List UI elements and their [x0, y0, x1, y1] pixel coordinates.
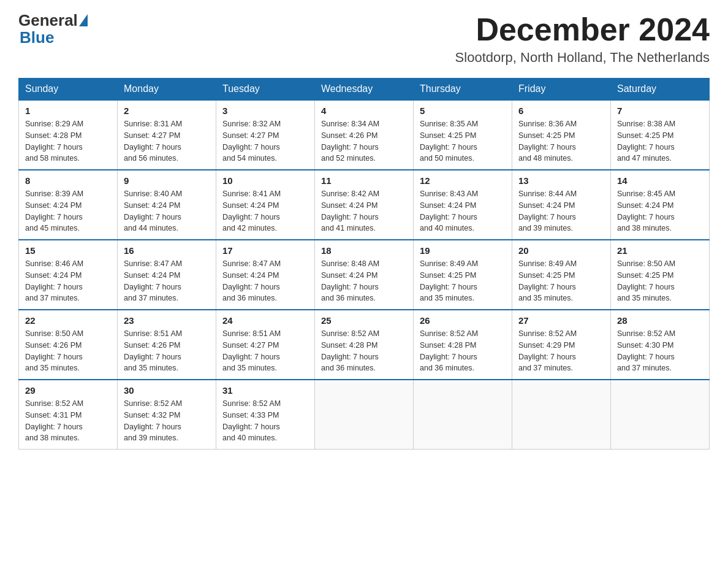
sunrise-label: Sunrise: 8:43 AM [420, 190, 478, 198]
day-info: Sunrise: 8:50 AM Sunset: 4:26 PM Dayligh… [25, 328, 111, 374]
daylight-label: Daylight: 7 hours [124, 143, 181, 151]
calendar-day-cell: 21 Sunrise: 8:50 AM Sunset: 4:25 PM Dayl… [611, 240, 710, 310]
calendar-day-cell: 16 Sunrise: 8:47 AM Sunset: 4:24 PM Dayl… [118, 240, 216, 310]
day-number: 13 [518, 175, 604, 186]
calendar-day-cell: 29 Sunrise: 8:52 AM Sunset: 4:31 PM Dayl… [19, 380, 118, 450]
day-number: 1 [25, 105, 111, 116]
daylight-label: Daylight: 7 hours [420, 353, 477, 361]
calendar-day-cell: 18 Sunrise: 8:48 AM Sunset: 4:24 PM Dayl… [315, 240, 414, 310]
sunset-label: Sunset: 4:24 PM [617, 201, 673, 210]
day-info: Sunrise: 8:49 AM Sunset: 4:25 PM Dayligh… [420, 258, 506, 304]
day-number: 3 [222, 105, 308, 116]
sunrise-label: Sunrise: 8:52 AM [617, 329, 675, 338]
day-info: Sunrise: 8:29 AM Sunset: 4:28 PM Dayligh… [25, 118, 111, 164]
daylight-label: Daylight: 7 hours [420, 283, 477, 291]
calendar-header-wednesday: Wednesday [315, 79, 414, 101]
daylight-minutes: and 47 minutes. [617, 154, 672, 163]
day-number: 9 [124, 175, 210, 186]
sunset-label: Sunset: 4:33 PM [222, 411, 279, 419]
day-number: 7 [617, 105, 703, 116]
day-info: Sunrise: 8:51 AM Sunset: 4:26 PM Dayligh… [124, 328, 210, 374]
sunset-label: Sunset: 4:25 PM [518, 131, 575, 140]
day-info: Sunrise: 8:41 AM Sunset: 4:24 PM Dayligh… [222, 188, 308, 234]
day-number: 8 [25, 175, 111, 186]
logo-general-text: General [18, 12, 78, 28]
day-number: 29 [25, 385, 111, 396]
sunrise-label: Sunrise: 8:38 AM [617, 120, 675, 128]
daylight-minutes: and 39 minutes. [518, 224, 573, 232]
daylight-minutes: and 42 minutes. [222, 224, 277, 232]
daylight-minutes: and 44 minutes. [124, 224, 178, 232]
daylight-minutes: and 35 minutes. [222, 364, 277, 372]
calendar-day-cell: 10 Sunrise: 8:41 AM Sunset: 4:24 PM Dayl… [216, 170, 315, 240]
daylight-label: Daylight: 7 hours [222, 143, 280, 151]
daylight-minutes: and 36 minutes. [321, 294, 376, 302]
sunrise-label: Sunrise: 8:34 AM [321, 120, 379, 128]
daylight-minutes: and 36 minutes. [321, 364, 376, 372]
sunset-label: Sunset: 4:24 PM [321, 201, 377, 210]
calendar-day-cell: 24 Sunrise: 8:51 AM Sunset: 4:27 PM Dayl… [216, 310, 315, 380]
sunset-label: Sunset: 4:24 PM [518, 201, 575, 210]
sunrise-label: Sunrise: 8:52 AM [222, 399, 281, 408]
day-info: Sunrise: 8:51 AM Sunset: 4:27 PM Dayligh… [222, 328, 308, 374]
calendar-week-row: 29 Sunrise: 8:52 AM Sunset: 4:31 PM Dayl… [19, 380, 710, 450]
calendar-day-cell: 2 Sunrise: 8:31 AM Sunset: 4:27 PM Dayli… [118, 100, 216, 170]
calendar-header-row: SundayMondayTuesdayWednesdayThursdayFrid… [19, 79, 710, 101]
calendar-day-cell: 27 Sunrise: 8:52 AM Sunset: 4:29 PM Dayl… [512, 310, 611, 380]
sunrise-label: Sunrise: 8:47 AM [124, 259, 182, 268]
day-info: Sunrise: 8:47 AM Sunset: 4:24 PM Dayligh… [124, 258, 210, 304]
sunrise-label: Sunrise: 8:48 AM [321, 259, 379, 268]
day-info: Sunrise: 8:52 AM Sunset: 4:30 PM Dayligh… [617, 328, 703, 374]
day-number: 30 [124, 385, 210, 396]
daylight-minutes: and 35 minutes. [25, 364, 80, 372]
sunrise-label: Sunrise: 8:36 AM [518, 120, 577, 128]
daylight-label: Daylight: 7 hours [124, 423, 181, 431]
sunset-label: Sunset: 4:29 PM [518, 341, 575, 350]
daylight-minutes: and 52 minutes. [321, 154, 376, 163]
day-info: Sunrise: 8:46 AM Sunset: 4:24 PM Dayligh… [25, 258, 111, 304]
calendar-day-cell [512, 380, 611, 450]
sunset-label: Sunset: 4:25 PM [617, 271, 673, 280]
sunset-label: Sunset: 4:27 PM [222, 341, 279, 350]
daylight-label: Daylight: 7 hours [25, 283, 83, 291]
daylight-minutes: and 37 minutes. [518, 364, 573, 372]
sunset-label: Sunset: 4:30 PM [617, 341, 673, 350]
sunrise-label: Sunrise: 8:52 AM [25, 399, 83, 408]
sunrise-label: Sunrise: 8:39 AM [25, 190, 83, 198]
daylight-label: Daylight: 7 hours [617, 353, 675, 361]
day-number: 14 [617, 175, 703, 186]
day-info: Sunrise: 8:52 AM Sunset: 4:33 PM Dayligh… [222, 398, 308, 444]
day-number: 5 [420, 105, 506, 116]
daylight-label: Daylight: 7 hours [222, 283, 280, 291]
daylight-minutes: and 50 minutes. [420, 154, 474, 163]
calendar-day-cell: 12 Sunrise: 8:43 AM Sunset: 4:24 PM Dayl… [414, 170, 512, 240]
day-number: 31 [222, 385, 308, 396]
day-info: Sunrise: 8:47 AM Sunset: 4:24 PM Dayligh… [222, 258, 308, 304]
day-info: Sunrise: 8:43 AM Sunset: 4:24 PM Dayligh… [420, 188, 506, 234]
day-number: 24 [222, 315, 308, 326]
title-section: December 2024 Slootdorp, North Holland, … [455, 12, 710, 66]
daylight-label: Daylight: 7 hours [124, 353, 181, 361]
day-info: Sunrise: 8:34 AM Sunset: 4:26 PM Dayligh… [321, 118, 407, 164]
daylight-minutes: and 45 minutes. [25, 224, 80, 232]
sunset-label: Sunset: 4:26 PM [321, 131, 377, 140]
calendar-day-cell: 20 Sunrise: 8:49 AM Sunset: 4:25 PM Dayl… [512, 240, 611, 310]
daylight-minutes: and 40 minutes. [222, 434, 277, 442]
calendar-header-thursday: Thursday [414, 79, 512, 101]
day-info: Sunrise: 8:52 AM Sunset: 4:28 PM Dayligh… [420, 328, 506, 374]
calendar-week-row: 15 Sunrise: 8:46 AM Sunset: 4:24 PM Dayl… [19, 240, 710, 310]
calendar-table: SundayMondayTuesdayWednesdayThursdayFrid… [18, 78, 710, 450]
sunset-label: Sunset: 4:24 PM [222, 201, 279, 210]
daylight-minutes: and 36 minutes. [222, 294, 277, 302]
sunset-label: Sunset: 4:28 PM [25, 131, 82, 140]
sunrise-label: Sunrise: 8:51 AM [124, 329, 182, 338]
calendar-header-tuesday: Tuesday [216, 79, 315, 101]
sunrise-label: Sunrise: 8:29 AM [25, 120, 83, 128]
sunset-label: Sunset: 4:26 PM [25, 341, 82, 350]
calendar-day-cell: 26 Sunrise: 8:52 AM Sunset: 4:28 PM Dayl… [414, 310, 512, 380]
day-number: 11 [321, 175, 407, 186]
month-title: December 2024 [455, 12, 710, 47]
daylight-minutes: and 54 minutes. [222, 154, 277, 163]
day-number: 17 [222, 245, 308, 256]
daylight-minutes: and 38 minutes. [25, 434, 80, 442]
